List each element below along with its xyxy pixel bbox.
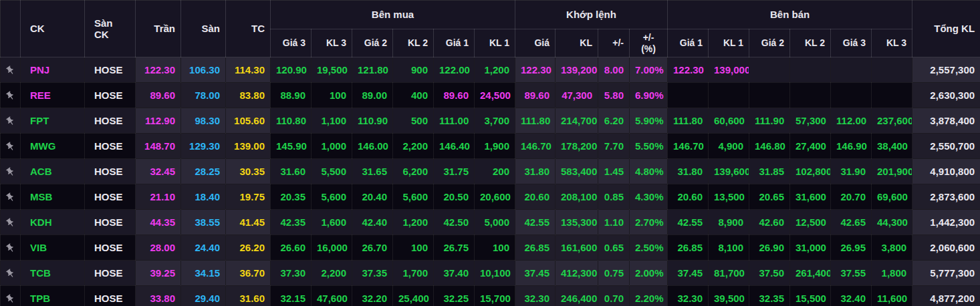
sell-volume-2[interactable]: 12,500: [790, 210, 831, 235]
buy-volume-2[interactable]: 500: [393, 108, 434, 134]
buy-volume-2[interactable]: 5,600: [393, 184, 434, 210]
sell-price-1[interactable]: 31.80: [668, 159, 709, 184]
sell-price-2[interactable]: 26.90: [749, 235, 790, 261]
buy-price-2[interactable]: 42.40: [352, 210, 393, 235]
sell-volume-3[interactable]: 11,600: [872, 286, 912, 306]
sell-price-3[interactable]: 37.55: [831, 261, 872, 286]
buy-volume-1[interactable]: 100: [475, 235, 515, 261]
sell-volume-1[interactable]: 60,600: [709, 108, 749, 134]
sell-volume-1[interactable]: 139,000: [709, 57, 749, 83]
sell-volume-2[interactable]: [790, 83, 831, 108]
buy-volume-3[interactable]: 5,600: [312, 184, 352, 210]
sell-price-3[interactable]: [831, 57, 872, 83]
sell-price-3[interactable]: 20.70: [831, 184, 872, 210]
buy-price-3[interactable]: 42.35: [271, 210, 312, 235]
buy-volume-1[interactable]: 200: [475, 159, 515, 184]
buy-price-3[interactable]: 20.35: [271, 184, 312, 210]
sell-volume-3[interactable]: 201,900: [872, 159, 912, 184]
sell-price-3[interactable]: 42.65: [831, 210, 872, 235]
buy-volume-3[interactable]: 47,600: [312, 286, 352, 306]
sell-volume-1[interactable]: 81,700: [709, 261, 749, 286]
sell-price-3[interactable]: [831, 83, 872, 108]
stock-row[interactable]: ACB HOSE 32.45 28.25 30.35 31.60 5,500 3…: [1, 159, 980, 184]
buy-price-2[interactable]: 31.65: [352, 159, 393, 184]
buy-price-3[interactable]: 145.90: [271, 134, 312, 159]
sell-volume-3[interactable]: 237,600: [872, 108, 912, 134]
buy-volume-1[interactable]: 24,500: [475, 83, 515, 108]
buy-price-3[interactable]: 37.30: [271, 261, 312, 286]
buy-volume-1[interactable]: 20,600: [475, 184, 515, 210]
buy-volume-2[interactable]: 1,200: [393, 210, 434, 235]
sell-volume-2[interactable]: 15,500: [790, 286, 831, 306]
buy-volume-1[interactable]: 15,700: [475, 286, 515, 306]
sell-price-1[interactable]: 20.60: [668, 184, 709, 210]
pin-button[interactable]: [1, 235, 21, 261]
stock-row[interactable]: REE HOSE 89.60 78.00 83.80 88.90 100 89.…: [1, 83, 980, 108]
sell-volume-1[interactable]: 4,900: [709, 134, 749, 159]
pin-button[interactable]: [1, 210, 21, 235]
buy-price-3[interactable]: 88.90: [271, 83, 312, 108]
sell-price-3[interactable]: 146.90: [831, 134, 872, 159]
sell-volume-3[interactable]: 1,800: [872, 261, 912, 286]
buy-volume-3[interactable]: 16,000: [312, 235, 352, 261]
buy-volume-2[interactable]: 25,400: [393, 286, 434, 306]
buy-volume-2[interactable]: 2,200: [393, 134, 434, 159]
stock-row[interactable]: MWG HOSE 148.70 129.30 139.00 145.90 1,0…: [1, 134, 980, 159]
buy-price-2[interactable]: 146.00: [352, 134, 393, 159]
stock-row[interactable]: TCB HOSE 39.25 34.15 36.70 37.30 2,200 3…: [1, 261, 980, 286]
buy-volume-2[interactable]: 6,200: [393, 159, 434, 184]
sell-volume-3[interactable]: [872, 57, 912, 83]
sell-volume-1[interactable]: 8,900: [709, 210, 749, 235]
buy-volume-3[interactable]: 5,500: [312, 159, 352, 184]
buy-volume-2[interactable]: 100: [393, 235, 434, 261]
buy-price-1[interactable]: 26.75: [434, 235, 475, 261]
buy-price-3[interactable]: 110.80: [271, 108, 312, 134]
buy-volume-1[interactable]: 3,700: [475, 108, 515, 134]
sell-volume-3[interactable]: [872, 83, 912, 108]
sell-volume-2[interactable]: [790, 57, 831, 83]
buy-price-2[interactable]: 89.00: [352, 83, 393, 108]
stock-row[interactable]: FPT HOSE 112.90 98.30 105.60 110.80 1,10…: [1, 108, 980, 134]
buy-volume-3[interactable]: 19,500: [312, 57, 352, 83]
sell-price-2[interactable]: 42.60: [749, 210, 790, 235]
sell-price-1[interactable]: 26.85: [668, 235, 709, 261]
sell-price-1[interactable]: [668, 83, 709, 108]
sell-volume-3[interactable]: 3,800: [872, 235, 912, 261]
buy-price-2[interactable]: 121.80: [352, 57, 393, 83]
sell-price-1[interactable]: 32.30: [668, 286, 709, 306]
buy-price-2[interactable]: 20.40: [352, 184, 393, 210]
sell-volume-2[interactable]: 261,400: [790, 261, 831, 286]
pin-button[interactable]: [1, 134, 21, 159]
sell-price-2[interactable]: 20.65: [749, 184, 790, 210]
buy-volume-1[interactable]: 5,000: [475, 210, 515, 235]
buy-volume-3[interactable]: 1,000: [312, 134, 352, 159]
buy-volume-1[interactable]: 10,100: [475, 261, 515, 286]
buy-volume-1[interactable]: 1,200: [475, 57, 515, 83]
buy-price-1[interactable]: 31.75: [434, 159, 475, 184]
sell-price-1[interactable]: 122.30: [668, 57, 709, 83]
buy-price-1[interactable]: 37.40: [434, 261, 475, 286]
sell-volume-3[interactable]: 69,600: [872, 184, 912, 210]
buy-price-2[interactable]: 32.20: [352, 286, 393, 306]
pin-button[interactable]: [1, 184, 21, 210]
sell-volume-2[interactable]: 57,300: [790, 108, 831, 134]
buy-price-2[interactable]: 37.35: [352, 261, 393, 286]
stock-row[interactable]: VIB HOSE 28.00 24.40 26.20 26.60 16,000 …: [1, 235, 980, 261]
sell-price-1[interactable]: 146.70: [668, 134, 709, 159]
buy-price-1[interactable]: 111.00: [434, 108, 475, 134]
sell-price-2[interactable]: [749, 83, 790, 108]
sell-price-3[interactable]: 32.40: [831, 286, 872, 306]
sell-volume-3[interactable]: 44,300: [872, 210, 912, 235]
buy-volume-2[interactable]: 400: [393, 83, 434, 108]
sell-price-1[interactable]: 37.45: [668, 261, 709, 286]
sell-volume-1[interactable]: 13,500: [709, 184, 749, 210]
buy-price-2[interactable]: 110.90: [352, 108, 393, 134]
buy-price-1[interactable]: 32.25: [434, 286, 475, 306]
pin-button[interactable]: [1, 286, 21, 306]
sell-price-2[interactable]: 111.90: [749, 108, 790, 134]
sell-price-3[interactable]: 31.90: [831, 159, 872, 184]
pin-button[interactable]: [1, 108, 21, 134]
stock-row[interactable]: KDH HOSE 44.35 38.55 41.45 42.35 1,600 4…: [1, 210, 980, 235]
sell-price-2[interactable]: 146.80: [749, 134, 790, 159]
sell-volume-2[interactable]: 102,800: [790, 159, 831, 184]
